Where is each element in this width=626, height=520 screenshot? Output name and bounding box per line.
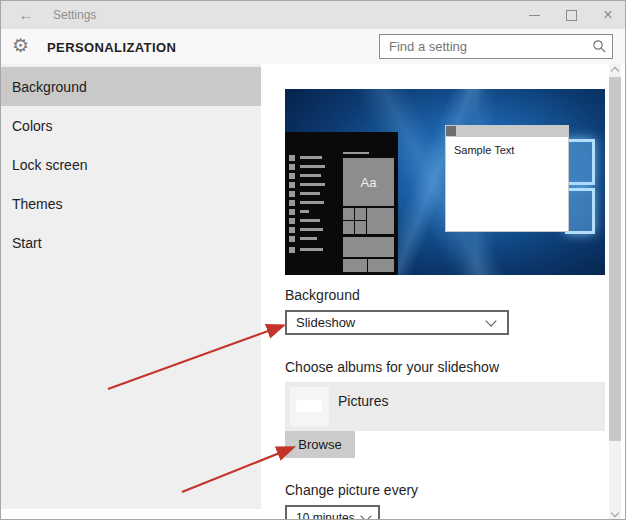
search-input[interactable] xyxy=(380,35,593,58)
windows-logo-pane xyxy=(565,139,595,185)
change-picture-value: 10 minutes xyxy=(287,511,362,520)
sidebar-item-background[interactable]: Background xyxy=(1,67,261,106)
sample-window-text: Sample Text xyxy=(446,137,568,156)
background-dropdown[interactable]: Slideshow xyxy=(285,310,509,335)
sidebar-item-themes[interactable]: Themes xyxy=(1,184,261,223)
settings-window: ← Settings × ⚙ PERSONALIZATION Backgroun… xyxy=(0,0,626,520)
minimize-icon xyxy=(529,15,540,16)
sidebar-item-label: Lock screen xyxy=(12,157,87,173)
browse-button[interactable]: Browse xyxy=(285,431,355,458)
maximize-button[interactable] xyxy=(554,1,588,29)
scrollbar-thumb[interactable] xyxy=(609,77,621,441)
aa-tile-label: Aa xyxy=(361,175,377,190)
close-button[interactable]: × xyxy=(591,1,625,29)
back-button[interactable]: ← xyxy=(15,5,37,25)
page-header: ⚙ PERSONALIZATION xyxy=(1,29,625,64)
chevron-down-icon xyxy=(485,315,496,326)
sample-window-titlebar xyxy=(446,126,568,137)
change-picture-dropdown[interactable]: 10 minutes xyxy=(285,505,380,520)
sidebar: Background Colors Lock screen Themes Sta… xyxy=(1,64,261,509)
desktop-preview-image: Aa Sample Text xyxy=(285,89,605,275)
sidebar-item-colors[interactable]: Colors xyxy=(1,106,261,145)
window-title: Settings xyxy=(53,8,96,22)
minimize-button[interactable] xyxy=(517,1,551,29)
scroll-up-icon xyxy=(611,67,619,75)
sidebar-item-label: Start xyxy=(12,235,42,251)
chevron-down-icon xyxy=(360,510,371,520)
sidebar-item-lock-screen[interactable]: Lock screen xyxy=(1,145,261,184)
sidebar-item-label: Colors xyxy=(12,118,52,134)
sidebar-item-label: Themes xyxy=(12,196,63,212)
close-icon: × xyxy=(603,7,612,23)
start-menu-preview: Aa xyxy=(285,132,398,275)
back-arrow-icon: ← xyxy=(19,6,34,23)
search-icon xyxy=(592,39,607,54)
scroll-down-icon xyxy=(611,509,619,517)
sidebar-item-start[interactable]: Start xyxy=(1,223,261,262)
vertical-scrollbar[interactable] xyxy=(609,63,621,520)
titlebar: ← Settings × xyxy=(1,1,625,29)
choose-albums-label: Choose albums for your slideshow xyxy=(285,359,499,375)
browse-button-label: Browse xyxy=(298,437,341,452)
sidebar-item-label: Background xyxy=(12,79,87,95)
page-title: PERSONALIZATION xyxy=(47,40,176,55)
sample-window-preview: Sample Text xyxy=(445,125,569,232)
album-thumbnail-icon xyxy=(290,387,329,426)
start-menu-tiles: Aa xyxy=(343,152,394,272)
album-name: Pictures xyxy=(338,393,389,409)
search-box xyxy=(379,34,613,59)
sample-window-icon xyxy=(446,126,456,136)
gear-icon: ⚙ xyxy=(12,34,29,58)
maximize-icon xyxy=(566,10,577,21)
background-label: Background xyxy=(285,287,360,303)
background-dropdown-value: Slideshow xyxy=(287,315,487,330)
windows-logo-pane xyxy=(565,188,595,234)
change-picture-label: Change picture every xyxy=(285,482,418,498)
album-row-pictures[interactable]: Pictures xyxy=(285,382,605,431)
start-menu-aa-tile: Aa xyxy=(343,158,394,206)
